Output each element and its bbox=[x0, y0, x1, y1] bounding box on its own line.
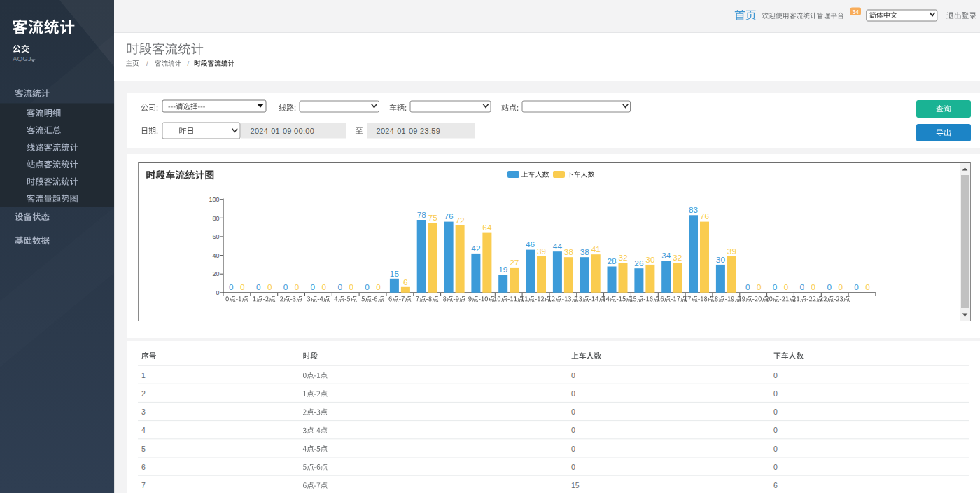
svg-text:19: 19 bbox=[498, 265, 507, 275]
svg-text:0: 0 bbox=[774, 426, 778, 434]
svg-text:46: 46 bbox=[526, 239, 536, 249]
svg-text:6: 6 bbox=[403, 277, 408, 287]
svg-text:15: 15 bbox=[571, 481, 580, 489]
svg-text:0: 0 bbox=[376, 282, 381, 292]
svg-text:60: 60 bbox=[212, 233, 219, 240]
svg-text:0: 0 bbox=[757, 282, 762, 292]
svg-text:80: 80 bbox=[212, 215, 219, 222]
svg-text:AQGJ: AQGJ bbox=[13, 55, 31, 62]
svg-text:0: 0 bbox=[295, 282, 300, 292]
svg-text:0: 0 bbox=[284, 282, 288, 292]
svg-text:0: 0 bbox=[838, 282, 843, 292]
svg-text:6: 6 bbox=[774, 481, 778, 489]
svg-text:4: 4 bbox=[141, 426, 146, 434]
svg-text:7: 7 bbox=[141, 481, 146, 489]
svg-text:0: 0 bbox=[774, 408, 778, 416]
svg-text:0: 0 bbox=[571, 426, 575, 434]
svg-text:0: 0 bbox=[784, 282, 789, 292]
svg-text:0: 0 bbox=[571, 371, 575, 380]
svg-text:0: 0 bbox=[774, 445, 778, 453]
svg-text:0: 0 bbox=[365, 282, 370, 292]
svg-text:76: 76 bbox=[700, 211, 710, 221]
svg-text:76: 76 bbox=[444, 211, 454, 221]
svg-text:75: 75 bbox=[428, 213, 438, 223]
svg-text:0: 0 bbox=[571, 408, 575, 416]
svg-text:0: 0 bbox=[746, 282, 750, 292]
svg-text:/: / bbox=[188, 60, 190, 67]
svg-text:30: 30 bbox=[645, 255, 655, 265]
svg-text:0: 0 bbox=[774, 463, 778, 471]
svg-text:83: 83 bbox=[689, 205, 699, 215]
svg-text:41: 41 bbox=[592, 244, 601, 254]
svg-text:26: 26 bbox=[634, 258, 644, 268]
svg-text:38: 38 bbox=[580, 247, 590, 257]
svg-text:0: 0 bbox=[311, 282, 316, 292]
svg-text:28: 28 bbox=[607, 256, 617, 266]
svg-text:0: 0 bbox=[811, 282, 816, 292]
svg-text:34: 34 bbox=[662, 251, 671, 261]
svg-text:1: 1 bbox=[141, 371, 146, 380]
svg-text:0: 0 bbox=[571, 445, 575, 453]
svg-text:39: 39 bbox=[537, 246, 546, 256]
svg-text:0: 0 bbox=[827, 282, 832, 292]
svg-text:44: 44 bbox=[553, 242, 563, 251]
svg-text:20: 20 bbox=[212, 270, 219, 277]
svg-text:38: 38 bbox=[564, 247, 574, 257]
svg-text:34: 34 bbox=[853, 8, 860, 15]
svg-text:30: 30 bbox=[716, 255, 726, 265]
svg-text:6: 6 bbox=[141, 463, 146, 471]
svg-text:0: 0 bbox=[229, 282, 234, 292]
svg-text:0: 0 bbox=[773, 282, 778, 292]
svg-text:0: 0 bbox=[216, 289, 219, 296]
svg-text:0: 0 bbox=[854, 282, 859, 292]
svg-text:0: 0 bbox=[337, 282, 342, 292]
svg-text:0: 0 bbox=[267, 282, 272, 292]
svg-text:0: 0 bbox=[349, 282, 354, 292]
svg-text:32: 32 bbox=[618, 253, 627, 263]
svg-text:72: 72 bbox=[456, 216, 465, 225]
svg-text:2024-01-09 23:59: 2024-01-09 23:59 bbox=[377, 127, 441, 135]
svg-text:0: 0 bbox=[774, 389, 778, 398]
svg-text:0: 0 bbox=[800, 282, 805, 292]
svg-text:/: / bbox=[146, 60, 148, 67]
svg-text:15: 15 bbox=[390, 269, 400, 279]
svg-text:0: 0 bbox=[571, 463, 575, 471]
svg-text:78: 78 bbox=[417, 210, 427, 220]
svg-text:0: 0 bbox=[865, 282, 870, 292]
svg-text:32: 32 bbox=[673, 253, 682, 263]
svg-text:42: 42 bbox=[471, 244, 480, 254]
svg-text:2024-01-09 00:00: 2024-01-09 00:00 bbox=[251, 127, 315, 135]
svg-text:0: 0 bbox=[322, 282, 327, 292]
svg-text:0: 0 bbox=[240, 282, 245, 292]
svg-text:39: 39 bbox=[727, 246, 736, 256]
svg-text:100: 100 bbox=[209, 196, 219, 203]
svg-text:27: 27 bbox=[510, 258, 519, 268]
svg-text:0: 0 bbox=[774, 371, 778, 380]
svg-text:3: 3 bbox=[141, 408, 146, 416]
svg-text:0: 0 bbox=[256, 282, 261, 292]
svg-text:64: 64 bbox=[482, 223, 492, 232]
svg-text:5: 5 bbox=[141, 445, 146, 453]
svg-text:2: 2 bbox=[141, 389, 146, 398]
svg-text:0: 0 bbox=[571, 389, 575, 398]
svg-text:40: 40 bbox=[212, 252, 219, 259]
